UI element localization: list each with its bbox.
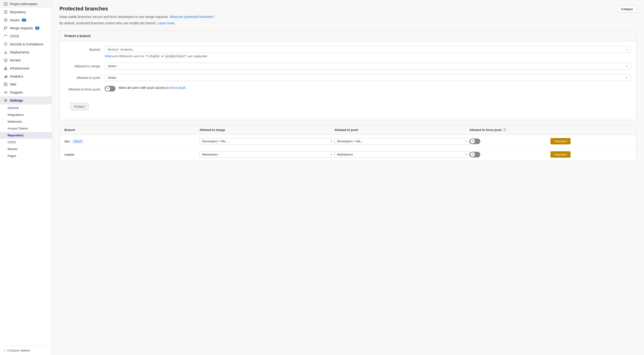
deployments-icon: [4, 50, 8, 54]
protect-section-title: Protect a branch: [60, 31, 636, 41]
dev-toggle-x: ✕: [472, 140, 474, 143]
dev-allowed-push: Developers + Ma… ▾: [334, 138, 470, 144]
protect-form: Branch: Select branch… ▾ Wildcards Wildc…: [60, 41, 636, 101]
svg-point-10: [6, 27, 7, 28]
snippets-icon: [4, 91, 8, 94]
sidebar-item-label: Snippets: [10, 91, 23, 94]
allowed-to-merge-label: Allowed to merge:: [66, 63, 101, 68]
allowed-to-merge-select[interactable]: Select ▾: [105, 63, 630, 70]
sidebar-sub-item-webhooks[interactable]: Webhooks: [0, 118, 52, 125]
svg-rect-18: [5, 67, 6, 68]
sidebar-sub-item-general[interactable]: General: [0, 105, 52, 111]
sidebar-sub-item-monitor[interactable]: Monitor: [0, 146, 52, 152]
sidebar-sub-item-cicd[interactable]: CI/CD: [0, 139, 52, 146]
allowed-to-merge-row: Allowed to merge: Select ▾: [66, 63, 630, 70]
collapse-sidebar-label: Collapse sidebar: [7, 348, 30, 352]
sidebar-item-snippets[interactable]: Snippets: [0, 88, 52, 96]
sidebar-sub-label: Integrations: [8, 113, 24, 117]
force-push-toggle-row: ✕ Allow all users with push access to fo…: [105, 86, 630, 92]
sidebar-item-label: Deployments: [10, 50, 29, 54]
allowed-to-merge-value: Select: [108, 64, 116, 68]
protect-button[interactable]: Protect: [70, 103, 88, 110]
dev-force-push-toggle[interactable]: ✕: [470, 139, 480, 144]
wildcard-hint: Wildcards Wildcards such as *-stable or …: [105, 54, 630, 58]
master-force-push-toggle-cell: ✕: [470, 152, 550, 157]
sidebar-item-cicd[interactable]: CI/CD: [0, 32, 52, 40]
master-unprotect-button[interactable]: Unprotect: [550, 151, 570, 158]
allowed-to-force-push-label: Allowed to force push:: [66, 86, 101, 91]
sidebar-item-label: Settings: [10, 99, 23, 102]
merge-requests-badge: 0: [35, 27, 40, 30]
collapse-button[interactable]: Collapse: [617, 6, 636, 13]
col-merge-header: Allowed to merge: [200, 128, 334, 132]
dev-unprotect-button[interactable]: Unprotect: [550, 138, 570, 144]
branch-row: Branch: Select branch… ▾ Wildcards Wildc…: [66, 46, 630, 58]
branch-select-value: Select branch…: [108, 48, 134, 51]
force-push-help-icon[interactable]: ?: [502, 128, 506, 132]
collapse-sidebar-button[interactable]: « Collapse sidebar: [0, 346, 52, 355]
master-push-select[interactable]: Maintainers ▾: [334, 151, 470, 158]
branch-select-chevron: ▾: [626, 48, 628, 51]
sidebar-sub-label: CI/CD: [8, 140, 16, 144]
sidebar-item-label: Merge requests: [10, 26, 33, 30]
sidebar-sub-item-pages[interactable]: Pages: [0, 152, 52, 159]
sidebar-sub-label: General: [8, 106, 18, 110]
master-merge-select[interactable]: Maintainers ▾: [200, 151, 334, 158]
allowed-to-push-value: Select: [108, 76, 116, 79]
merge-requests-icon: [4, 26, 8, 30]
master-force-push-toggle[interactable]: ✕: [470, 152, 480, 157]
wildcards-link[interactable]: Wildcards: [105, 54, 118, 58]
sidebar-item-analytics[interactable]: Analytics: [0, 72, 52, 80]
issues-icon: [4, 18, 8, 22]
sidebar-item-merge-requests[interactable]: Merge requests 0: [0, 24, 52, 32]
sidebar-sub-label: Access Tokens: [8, 127, 28, 130]
branch-table: Branch Allowed to merge Allowed to push …: [60, 125, 636, 161]
master-toggle-circle: ✕: [470, 152, 475, 157]
dev-merge-select[interactable]: Developers + Ma… ▾: [200, 138, 334, 144]
issues-badge: 0: [22, 19, 26, 22]
sidebar-sub-item-access-tokens[interactable]: Access Tokens: [0, 125, 52, 132]
sidebar-sub-label: Monitor: [8, 147, 18, 151]
allowed-to-push-label: Allowed to push:: [66, 74, 101, 80]
what-are-protected-branches-link[interactable]: What are protected branches?: [170, 15, 214, 19]
sidebar-sub-item-repository[interactable]: Repository: [0, 132, 52, 139]
wildcard2: production/*: [165, 54, 187, 58]
sidebar-item-deployments[interactable]: Deployments: [0, 48, 52, 56]
master-push-value: Maintainers: [337, 153, 353, 156]
sidebar-item-settings[interactable]: Settings: [0, 96, 52, 105]
sidebar-item-infrastructure[interactable]: Infrastructure: [0, 64, 52, 72]
learn-more-link[interactable]: Learn more.: [158, 21, 175, 25]
svg-rect-11: [5, 53, 6, 54]
dev-toggle-circle: ✕: [470, 139, 475, 143]
allowed-to-push-chevron: ▾: [626, 76, 628, 79]
allowed-to-merge-control: Select ▾: [105, 63, 630, 70]
branch-name-master: master: [64, 153, 200, 156]
sidebar-item-monitor[interactable]: Monitor: [0, 56, 52, 64]
page-title: Protected branches: [60, 6, 108, 12]
sidebar-sub-item-integrations[interactable]: Integrations: [0, 111, 52, 118]
svg-rect-13: [4, 59, 7, 61]
toggle-circle: ✕: [106, 87, 110, 91]
sidebar-item-project-information[interactable]: Project information: [0, 0, 52, 8]
monitor-icon: [4, 58, 8, 62]
allowed-to-push-select[interactable]: Select ▾: [105, 74, 630, 81]
branch-name-text: dev: [64, 139, 70, 143]
master-merge-value: Maintainers: [202, 153, 218, 156]
table-row: dev default Developers + Ma… ▾ Developer…: [60, 135, 636, 148]
sidebar-item-wiki[interactable]: Wiki: [0, 80, 52, 88]
default-badge: default: [72, 139, 84, 143]
force-push-toggle[interactable]: ✕: [105, 86, 116, 92]
sidebar-item-security[interactable]: Security & Compliance: [0, 40, 52, 48]
branch-name-dev: dev default: [64, 139, 200, 143]
toggle-x-icon: ✕: [107, 87, 109, 90]
table-row: master Maintainers ▾ Maintainers ▾ ✕: [60, 148, 636, 161]
force-push-link[interactable]: force push: [170, 86, 186, 90]
dev-push-chevron: ▾: [466, 140, 467, 143]
sidebar-item-repository[interactable]: Repository: [0, 8, 52, 16]
dev-push-select[interactable]: Developers + Ma… ▾: [334, 138, 470, 144]
description-2: By default, protected branches restrict …: [60, 21, 636, 26]
branch-select[interactable]: Select branch… ▾: [105, 46, 630, 53]
svg-rect-22: [6, 76, 6, 78]
sidebar-item-issues[interactable]: Issues 0: [0, 16, 52, 24]
svg-point-8: [4, 27, 5, 28]
